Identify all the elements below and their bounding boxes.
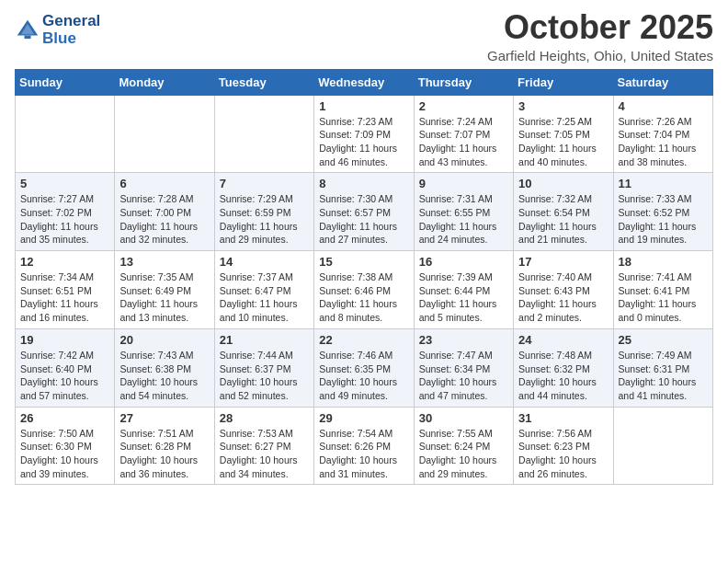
calendar-week-1: 1Sunrise: 7:23 AM Sunset: 7:09 PM Daylig… (16, 95, 713, 173)
day-number: 8 (319, 177, 408, 190)
page-container: General Blue October 2025 Garfield Heigh… (0, 0, 728, 500)
calendar-cell: 4Sunrise: 7:26 AM Sunset: 7:04 PM Daylig… (613, 95, 712, 173)
day-number: 30 (419, 411, 508, 425)
day-number: 20 (119, 333, 209, 347)
day-number: 25 (619, 333, 708, 347)
day-info: Sunrise: 7:37 AM Sunset: 6:47 PM Dayligh… (220, 270, 309, 325)
calendar-table: SundayMondayTuesdayWednesdayThursdayFrid… (15, 69, 713, 486)
day-header-thursday: Thursday (414, 69, 513, 95)
calendar-cell: 24Sunrise: 7:48 AM Sunset: 6:32 PM Dayli… (514, 328, 613, 407)
calendar-cell: 19Sunrise: 7:42 AM Sunset: 6:40 PM Dayli… (16, 328, 115, 407)
day-info: Sunrise: 7:41 AM Sunset: 6:41 PM Dayligh… (619, 270, 708, 325)
calendar-cell: 15Sunrise: 7:38 AM Sunset: 6:46 PM Dayli… (314, 251, 414, 329)
day-number: 28 (220, 411, 309, 425)
calendar-cell: 7Sunrise: 7:29 AM Sunset: 6:59 PM Daylig… (214, 173, 313, 251)
calendar-cell: 20Sunrise: 7:43 AM Sunset: 6:38 PM Dayli… (115, 328, 214, 407)
day-info: Sunrise: 7:23 AM Sunset: 7:09 PM Dayligh… (319, 115, 408, 169)
calendar-cell: 16Sunrise: 7:39 AM Sunset: 6:44 PM Dayli… (414, 251, 513, 329)
calendar-cell: 8Sunrise: 7:30 AM Sunset: 6:57 PM Daylig… (314, 173, 414, 251)
day-info: Sunrise: 7:48 AM Sunset: 6:32 PM Dayligh… (518, 349, 608, 403)
day-info: Sunrise: 7:38 AM Sunset: 6:46 PM Dayligh… (319, 270, 408, 325)
calendar-cell: 18Sunrise: 7:41 AM Sunset: 6:41 PM Dayli… (613, 251, 712, 329)
day-number: 1 (319, 99, 408, 113)
day-info: Sunrise: 7:39 AM Sunset: 6:44 PM Dayligh… (419, 270, 508, 325)
day-info: Sunrise: 7:35 AM Sunset: 6:49 PM Dayligh… (119, 270, 209, 325)
day-info: Sunrise: 7:49 AM Sunset: 6:31 PM Dayligh… (619, 349, 708, 403)
day-number: 31 (518, 411, 608, 425)
day-info: Sunrise: 7:26 AM Sunset: 7:04 PM Dayligh… (619, 115, 708, 169)
calendar-cell: 3Sunrise: 7:25 AM Sunset: 7:05 PM Daylig… (514, 95, 613, 173)
calendar-cell: 25Sunrise: 7:49 AM Sunset: 6:31 PM Dayli… (613, 328, 712, 407)
day-header-sunday: Sunday (16, 69, 115, 95)
calendar-week-2: 5Sunrise: 7:27 AM Sunset: 7:02 PM Daylig… (16, 173, 713, 251)
day-info: Sunrise: 7:47 AM Sunset: 6:34 PM Dayligh… (419, 349, 508, 403)
day-info: Sunrise: 7:30 AM Sunset: 6:57 PM Dayligh… (319, 192, 408, 247)
day-info: Sunrise: 7:55 AM Sunset: 6:24 PM Dayligh… (419, 427, 508, 481)
day-header-tuesday: Tuesday (214, 69, 313, 95)
day-info: Sunrise: 7:29 AM Sunset: 6:59 PM Dayligh… (220, 192, 309, 247)
header-row: SundayMondayTuesdayWednesdayThursdayFrid… (16, 69, 713, 95)
calendar-week-4: 19Sunrise: 7:42 AM Sunset: 6:40 PM Dayli… (16, 328, 713, 407)
day-number: 15 (319, 255, 408, 269)
day-info: Sunrise: 7:53 AM Sunset: 6:27 PM Dayligh… (220, 427, 309, 481)
day-info: Sunrise: 7:51 AM Sunset: 6:28 PM Dayligh… (119, 427, 209, 481)
day-number: 21 (220, 333, 309, 347)
day-number: 3 (518, 99, 608, 113)
calendar-cell: 9Sunrise: 7:31 AM Sunset: 6:55 PM Daylig… (414, 173, 513, 251)
calendar-cell: 28Sunrise: 7:53 AM Sunset: 6:27 PM Dayli… (214, 407, 313, 485)
month-title: October 2025 (487, 9, 713, 46)
day-info: Sunrise: 7:24 AM Sunset: 7:07 PM Dayligh… (419, 115, 508, 169)
calendar-cell: 23Sunrise: 7:47 AM Sunset: 6:34 PM Dayli… (414, 328, 513, 407)
calendar-cell (214, 95, 313, 173)
calendar-cell: 1Sunrise: 7:23 AM Sunset: 7:09 PM Daylig… (314, 95, 414, 173)
day-info: Sunrise: 7:44 AM Sunset: 6:37 PM Dayligh… (220, 349, 309, 403)
calendar-cell: 11Sunrise: 7:33 AM Sunset: 6:52 PM Dayli… (613, 173, 712, 251)
calendar-cell: 30Sunrise: 7:55 AM Sunset: 6:24 PM Dayli… (414, 407, 513, 485)
day-number: 27 (119, 411, 209, 425)
calendar-cell: 22Sunrise: 7:46 AM Sunset: 6:35 PM Dayli… (314, 328, 414, 407)
calendar-week-5: 26Sunrise: 7:50 AM Sunset: 6:30 PM Dayli… (16, 407, 713, 485)
day-info: Sunrise: 7:46 AM Sunset: 6:35 PM Dayligh… (319, 349, 408, 403)
calendar-cell: 12Sunrise: 7:34 AM Sunset: 6:51 PM Dayli… (16, 251, 115, 329)
calendar-cell (16, 95, 115, 173)
day-number: 9 (419, 177, 508, 190)
calendar-cell: 13Sunrise: 7:35 AM Sunset: 6:49 PM Dayli… (115, 251, 214, 329)
day-number: 2 (419, 99, 508, 113)
day-info: Sunrise: 7:28 AM Sunset: 7:00 PM Dayligh… (119, 192, 209, 247)
calendar-week-3: 12Sunrise: 7:34 AM Sunset: 6:51 PM Dayli… (16, 251, 713, 329)
day-number: 29 (319, 411, 408, 425)
day-number: 10 (518, 177, 608, 190)
calendar-cell: 10Sunrise: 7:32 AM Sunset: 6:54 PM Dayli… (514, 173, 613, 251)
location-title: Garfield Heights, Ohio, United States (487, 48, 713, 63)
calendar-cell: 6Sunrise: 7:28 AM Sunset: 7:00 PM Daylig… (115, 173, 214, 251)
calendar-cell: 26Sunrise: 7:50 AM Sunset: 6:30 PM Dayli… (16, 407, 115, 485)
day-number: 7 (220, 177, 309, 190)
day-info: Sunrise: 7:56 AM Sunset: 6:23 PM Dayligh… (518, 427, 608, 481)
day-number: 14 (220, 255, 309, 269)
day-header-friday: Friday (514, 69, 613, 95)
logo-icon (15, 17, 40, 43)
day-info: Sunrise: 7:25 AM Sunset: 7:05 PM Dayligh… (518, 115, 608, 169)
day-number: 22 (319, 333, 408, 347)
day-number: 18 (619, 255, 708, 269)
day-number: 19 (20, 333, 109, 347)
day-header-wednesday: Wednesday (314, 69, 414, 95)
day-info: Sunrise: 7:43 AM Sunset: 6:38 PM Dayligh… (119, 349, 209, 403)
calendar-cell: 31Sunrise: 7:56 AM Sunset: 6:23 PM Dayli… (514, 407, 613, 485)
day-number: 4 (619, 99, 708, 113)
day-header-saturday: Saturday (613, 69, 712, 95)
day-number: 13 (119, 255, 209, 269)
day-header-monday: Monday (115, 69, 214, 95)
svg-rect-2 (25, 35, 31, 39)
day-number: 17 (518, 255, 608, 269)
day-info: Sunrise: 7:40 AM Sunset: 6:43 PM Dayligh… (518, 270, 608, 325)
header: General Blue October 2025 Garfield Heigh… (15, 9, 713, 63)
calendar-cell: 29Sunrise: 7:54 AM Sunset: 6:26 PM Dayli… (314, 407, 414, 485)
day-info: Sunrise: 7:27 AM Sunset: 7:02 PM Dayligh… (20, 192, 109, 247)
calendar-cell: 27Sunrise: 7:51 AM Sunset: 6:28 PM Dayli… (115, 407, 214, 485)
day-number: 11 (619, 177, 708, 190)
calendar-cell: 2Sunrise: 7:24 AM Sunset: 7:07 PM Daylig… (414, 95, 513, 173)
calendar-cell (115, 95, 214, 173)
calendar-cell: 5Sunrise: 7:27 AM Sunset: 7:02 PM Daylig… (16, 173, 115, 251)
calendar-cell: 17Sunrise: 7:40 AM Sunset: 6:43 PM Dayli… (514, 251, 613, 329)
